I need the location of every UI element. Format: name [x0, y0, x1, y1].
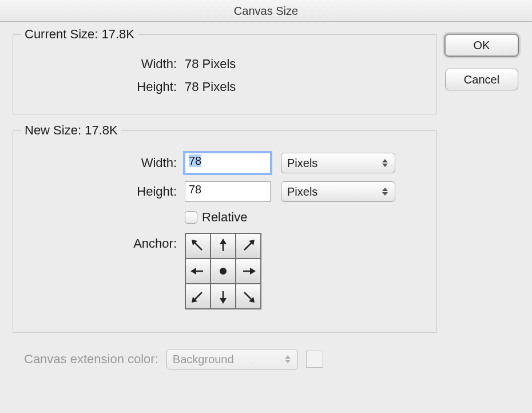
new-width-label: Width:: [25, 156, 185, 170]
new-size-legend: New Size: 17.8K: [21, 123, 121, 138]
anchor-w[interactable]: [186, 259, 210, 283]
svg-marker-13: [220, 298, 227, 304]
new-width-unit-select[interactable]: Pixels: [281, 153, 395, 173]
arrow-w-icon: [189, 263, 207, 280]
canvas-extension-value: Background: [173, 353, 234, 366]
new-width-input[interactable]: 78: [185, 153, 271, 173]
anchor-s[interactable]: [211, 284, 235, 308]
anchor-sw[interactable]: [186, 284, 210, 308]
dot-icon: [220, 268, 227, 275]
ok-button[interactable]: OK: [445, 34, 518, 56]
anchor-se[interactable]: [236, 284, 260, 308]
svg-line-0: [194, 242, 202, 250]
arrow-se-icon: [240, 288, 257, 305]
stepper-icon: [382, 184, 390, 199]
current-height-value: 78 Pixels: [185, 80, 236, 94]
anchor-center[interactable]: [211, 259, 235, 283]
arrow-ne-icon: [240, 237, 257, 255]
stepper-icon: [285, 352, 293, 367]
current-size-group: Current Size: 17.8K Width: 78 Pixels Hei…: [13, 34, 437, 114]
current-width-value: 78 Pixels: [185, 57, 236, 72]
stepper-icon: [382, 156, 390, 170]
new-height-input[interactable]: 78: [185, 181, 271, 202]
arrow-nw-icon: [189, 237, 207, 255]
new-width-unit-value: Pixels: [287, 157, 317, 170]
svg-line-10: [194, 292, 202, 300]
svg-line-4: [244, 242, 252, 250]
anchor-e[interactable]: [236, 259, 260, 283]
svg-line-14: [244, 292, 252, 300]
anchor-nw[interactable]: [186, 234, 210, 258]
svg-marker-7: [190, 268, 196, 275]
arrow-s-icon: [215, 288, 232, 305]
canvas-extension-select[interactable]: Background: [166, 349, 298, 370]
new-height-unit-select[interactable]: Pixels: [281, 181, 395, 202]
svg-marker-3: [220, 239, 227, 244]
anchor-label: Anchor:: [25, 233, 185, 251]
relative-checkbox[interactable]: [185, 211, 197, 224]
new-height-label: Height:: [25, 184, 185, 199]
anchor-ne[interactable]: [236, 234, 260, 258]
current-width-label: Width:: [25, 57, 185, 72]
new-height-unit-value: Pixels: [287, 185, 317, 198]
relative-label: Relative: [202, 210, 247, 225]
current-height-label: Height:: [25, 80, 185, 94]
arrow-sw-icon: [189, 288, 207, 305]
new-size-group: New Size: 17.8K Width: 78 Pixels Height:: [13, 130, 437, 333]
arrow-e-icon: [240, 263, 257, 280]
anchor-grid: [185, 233, 261, 309]
current-size-legend: Current Size: 17.8K: [21, 27, 138, 42]
canvas-extension-label: Canvas extension color:: [24, 352, 158, 367]
cancel-button[interactable]: Cancel: [445, 69, 518, 90]
anchor-n[interactable]: [211, 234, 235, 258]
arrow-n-icon: [215, 237, 232, 255]
window-title: Canvas Size: [0, 0, 532, 22]
canvas-extension-swatch[interactable]: [306, 351, 323, 368]
svg-marker-9: [250, 268, 256, 275]
